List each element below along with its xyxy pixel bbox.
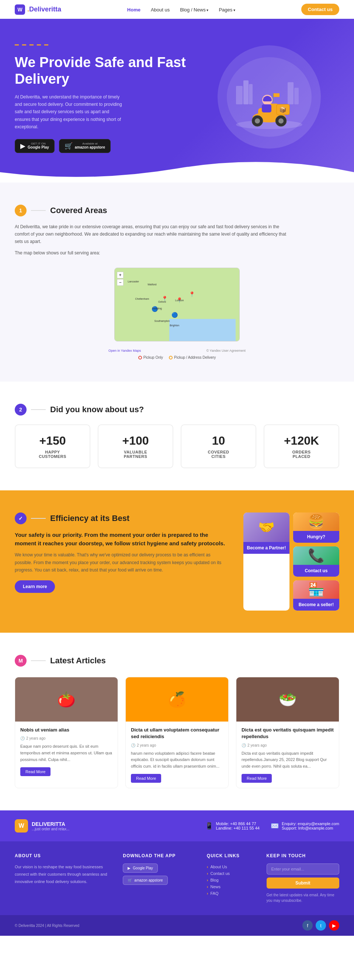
- svg-rect-3: [249, 84, 253, 104]
- hungry-card-img: 🍔: [293, 512, 339, 531]
- map-city-lancaster: Lancaster: [128, 280, 139, 282]
- articles-grid: 🍅 Nobis ut veniam alias 🕐 2 years ago Ea…: [15, 677, 339, 788]
- stat-partners-label: VALUABLEPARTNERS: [109, 450, 162, 459]
- nav-home[interactable]: Home: [127, 7, 140, 13]
- article-2-read-more[interactable]: Read More: [131, 774, 161, 783]
- become-seller-button[interactable]: Become a seller!: [293, 599, 339, 611]
- svg-rect-1: [236, 86, 242, 104]
- stat-partners-number: +100: [109, 434, 162, 448]
- footer-touch-title: KEEP IN TOUCH: [266, 853, 340, 858]
- contact-button[interactable]: Contact us: [301, 4, 339, 15]
- map-zoom-out[interactable]: −: [117, 279, 124, 286]
- covered-areas-title: Covered Areas: [50, 206, 107, 215]
- map-container[interactable]: 📍 📍 🔵 🔵 📍 Watford Lancaster Cheltenham O…: [114, 268, 240, 341]
- footer-email-item: ✉️ Enquiry: enquiry@example.com Support:…: [271, 821, 339, 830]
- footer-about-col: ABOUT US Our vision is to reshape the wa…: [15, 853, 112, 903]
- seller-card: 🏪 Become a seller!: [293, 580, 339, 611]
- footer-link-news[interactable]: News: [207, 883, 255, 890]
- article-1-clock-icon: 🕐: [20, 736, 25, 740]
- map-city-cheltenham: Cheltenham: [135, 298, 149, 300]
- hero-content: ━ ━ ━ ━ ━ We Provide Safe and Fast Deliv…: [15, 41, 199, 153]
- become-partner-button[interactable]: Become a Partner!: [243, 542, 289, 554]
- stat-customers-number: +150: [26, 434, 79, 448]
- stat-orders-number: +120K: [275, 434, 328, 448]
- article-1-read-more[interactable]: Read More: [20, 767, 51, 776]
- section-divider: [31, 210, 46, 211]
- hero-image: 📦: [199, 45, 339, 149]
- map-open-label[interactable]: Open in Yandex Maps: [108, 349, 141, 353]
- footer-socials: f t ▶: [302, 920, 339, 931]
- map-city-oxford: Oxford: [158, 301, 166, 303]
- navbar: W .Deliveritta Home About us Blog / News…: [0, 0, 354, 19]
- footer-link-blog[interactable]: Blog: [207, 877, 255, 883]
- amazon-store-button[interactable]: 🛒 Available at amazon appstore: [59, 139, 111, 153]
- latest-articles-section: M Latest Articles 🍅 Nobis ut veniam alia…: [0, 633, 354, 810]
- legend-delivery: Pickup / Address Delivery: [169, 355, 216, 360]
- contact-us-button[interactable]: Contact us: [293, 565, 339, 577]
- efficiency-cards: 🤝 Become a Partner! 🍔 Hungry? 📞 Contact …: [243, 512, 339, 611]
- google-play-button[interactable]: ▶ GET IT ON Google Play: [15, 139, 54, 153]
- map-zoom-in[interactable]: +: [117, 272, 124, 278]
- google-play-icon: ▶: [20, 142, 26, 150]
- nav-pages[interactable]: Pages: [218, 7, 235, 13]
- facebook-button[interactable]: f: [302, 920, 313, 931]
- youtube-button[interactable]: ▶: [329, 920, 339, 931]
- navbar-nav: Home About us Blog / News Pages: [127, 6, 235, 13]
- article-1-meta: 🕐 2 years ago: [20, 736, 112, 740]
- article-3-body: Dicta est quo veritatis quisquam impedit…: [236, 722, 339, 788]
- footer-bottom: ABOUT US Our vision is to reshape the wa…: [0, 842, 354, 915]
- map-background: 📍 📍 🔵 🔵 📍 Watford Lancaster Cheltenham O…: [115, 268, 239, 341]
- article-3-desc: Dicta est quo veritatis quisquam impedit…: [242, 750, 334, 770]
- article-2-body: Dicta ut ullam voluptatem consequatur se…: [126, 722, 228, 788]
- latest-articles-title: Latest Articles: [50, 656, 106, 665]
- stat-cities: 10 COVEREDCITIES: [181, 424, 256, 468]
- twitter-button[interactable]: t: [316, 920, 326, 931]
- footer-amazon-icon: 🛒: [128, 878, 132, 882]
- map-pin-cambridge: 📍: [189, 291, 195, 297]
- footer-email-input[interactable]: [266, 864, 340, 875]
- footer-amazon-button[interactable]: 🛒 amazon appstore: [123, 876, 167, 885]
- nav-about[interactable]: About us: [151, 7, 170, 13]
- partner-card: 🤝 Become a Partner!: [243, 512, 289, 611]
- contact-card-img: 📞: [293, 546, 339, 565]
- nav-blog[interactable]: Blog / News: [180, 7, 208, 13]
- hero-illustration: 📦: [225, 56, 313, 137]
- hero-buttons: ▶ GET IT ON Google Play 🛒 Available at a…: [15, 139, 199, 153]
- did-you-know-section: 2 Did you know about us? +150 HAPPYCUSTO…: [0, 382, 354, 490]
- article-1-title: Nobis ut veniam alias: [20, 727, 112, 733]
- footer-submit-button[interactable]: Submit: [266, 878, 340, 889]
- covered-areas-desc1: At Deliveritta, we take pride in our ext…: [15, 223, 295, 245]
- footer-brand-text: DELIVERITTA: [32, 821, 69, 827]
- stat-customers-label: HAPPYCUSTOMERS: [26, 450, 79, 459]
- covered-areas-section: 1 Covered Areas At Deliveritta, we take …: [0, 183, 354, 382]
- navbar-logo[interactable]: W .Deliveritta: [15, 5, 61, 15]
- footer-link-contact[interactable]: Contact us: [207, 870, 255, 877]
- map-city-london: London: [175, 299, 183, 302]
- covered-areas-header: 1 Covered Areas: [15, 205, 339, 216]
- hero-stars: ━ ━ ━ ━ ━: [15, 41, 199, 49]
- stat-orders-label: ORDERSPLACED: [275, 450, 328, 459]
- footer-link-about[interactable]: About Us: [207, 864, 255, 870]
- footer-link-faq[interactable]: FAQ: [207, 890, 255, 897]
- efficiency-inner: ✓ Efficiency at its Best Your safety is …: [15, 512, 339, 611]
- article-1-image: 🍅: [15, 677, 118, 722]
- map-controls[interactable]: + −: [117, 272, 124, 286]
- efficiency-title: Efficiency at its Best: [50, 514, 129, 523]
- footer-google-play-button[interactable]: ▶ Google Play: [123, 864, 158, 873]
- article-3: 🥗 Dicta est quo veritatis quisquam imped…: [236, 677, 339, 788]
- logo-icon: W: [15, 5, 25, 15]
- stat-cities-number: 10: [192, 434, 245, 448]
- stat-cities-label: COVEREDCITIES: [192, 450, 245, 459]
- svg-rect-20: [274, 93, 279, 97]
- partner-card-img: 🤝: [243, 512, 289, 542]
- svg-rect-4: [288, 82, 293, 104]
- hero-circle: 📦: [218, 45, 321, 149]
- svg-rect-5: [294, 88, 299, 104]
- footer-brand-icon: W: [15, 819, 28, 832]
- amazon-label: Available at amazon appstore: [75, 142, 105, 150]
- article-3-image: 🥗: [236, 677, 339, 722]
- learn-more-button[interactable]: Learn more: [15, 580, 55, 593]
- hungry-button[interactable]: Hungry?: [293, 531, 339, 543]
- footer-email-info: Enquiry: enquiry@example.com Support: In…: [282, 821, 339, 830]
- article-3-read-more[interactable]: Read More: [242, 774, 272, 783]
